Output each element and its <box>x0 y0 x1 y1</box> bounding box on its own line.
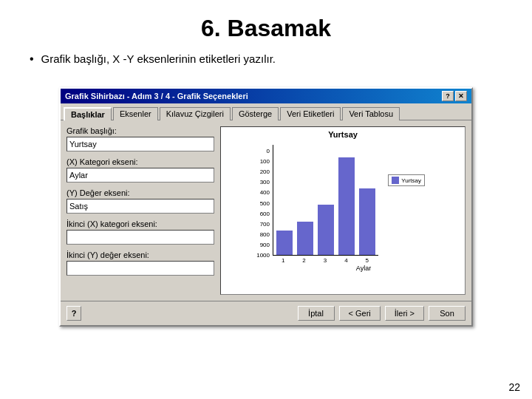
grafik-basligi-input[interactable] <box>66 137 214 151</box>
y-label-200: 200 <box>248 168 270 175</box>
chart-legend: Yurtsay <box>388 174 425 186</box>
x-label-3: 3 <box>324 257 327 264</box>
ikinci-x-input[interactable] <box>66 230 214 245</box>
y-label-100: 100 <box>248 158 270 165</box>
grafik-basligi-label: Grafik başlığı: <box>66 126 214 135</box>
legend-color-box <box>392 177 399 184</box>
bar-4 <box>338 157 355 255</box>
page-number: 22 <box>508 381 520 393</box>
x-axis-labels: 1 2 3 4 5 <box>273 257 378 264</box>
chart-panel: Yurtsay 1000 900 800 700 600 500 400 300… <box>220 126 466 295</box>
chart-area: 1000 900 800 700 600 500 400 300 200 100… <box>221 142 465 294</box>
legend-label: Yurtsay <box>401 177 421 184</box>
y-deger-label: (Y) Değer ekseni: <box>66 188 214 197</box>
x-label-5: 5 <box>366 257 369 264</box>
x-axis-title: Aylar <box>273 265 428 272</box>
help-button[interactable]: ? <box>66 306 81 321</box>
bar-2 <box>297 222 313 255</box>
dialog-window: Grafik Sihirbazı - Adım 3 / 4 - Grafik S… <box>59 87 473 327</box>
y-label-700: 700 <box>248 221 270 228</box>
finish-button[interactable]: Son <box>429 306 466 321</box>
tab-veri-tablosu[interactable]: Veri Tablosu <box>342 107 400 120</box>
bullet-dot: • <box>30 52 34 66</box>
dialog-footer: ? İptal < Geri İleri > Son <box>61 301 471 325</box>
bar-5 <box>359 188 375 255</box>
ikinci-y-input[interactable] <box>66 261 214 276</box>
page-title: 6. Basamak <box>0 0 532 52</box>
y-label-0: 0 <box>248 148 270 154</box>
x-label-1: 1 <box>282 257 284 264</box>
dialog-titlebar: Grafik Sihirbazı - Adım 3 / 4 - Grafik S… <box>61 89 471 103</box>
bullet-line: • Grafik başlığı, X -Y eksenlerinin etik… <box>0 52 532 66</box>
tab-eksenler[interactable]: Eksenler <box>113 107 158 120</box>
y-label-500: 500 <box>248 200 270 207</box>
bullet-text: Grafik başlığı, X -Y eksenlerinin etiket… <box>41 52 276 65</box>
bar-3 <box>318 205 334 255</box>
tab-bar: Başlıklar Eksenler Kılavuz Çizgileri Gös… <box>61 103 471 120</box>
tab-kilavuz-cizgileri[interactable]: Kılavuz Çizgileri <box>160 107 231 120</box>
next-button[interactable]: İleri > <box>385 306 424 321</box>
y-label-900: 900 <box>248 242 270 248</box>
y-axis-labels: 1000 900 800 700 600 500 400 300 200 100… <box>248 148 270 259</box>
titlebar-close-button[interactable]: ✕ <box>455 91 467 101</box>
chart-bars <box>273 145 378 256</box>
cancel-button[interactable]: İptal <box>298 306 335 321</box>
dialog-title: Grafik Sihirbazı - Adım 3 / 4 - Grafik S… <box>65 92 248 100</box>
y-label-400: 400 <box>248 189 270 196</box>
left-panel: Grafik başlığı: (X) Kategori ekseni: (Y)… <box>66 126 214 295</box>
chart-title: Yurtsay <box>221 127 465 142</box>
x-label-2: 2 <box>302 257 305 264</box>
grafik-basligi-group: Grafik başlığı: <box>66 126 214 151</box>
bar-1 <box>276 231 293 255</box>
y-label-600: 600 <box>248 211 270 217</box>
x-label-4: 4 <box>344 257 347 264</box>
tab-gosterge[interactable]: Gösterge <box>232 107 279 120</box>
y-label-1000: 1000 <box>248 252 270 259</box>
y-label-300: 300 <box>248 179 270 185</box>
tab-baslıklar[interactable]: Başlıklar <box>64 107 112 120</box>
x-kategori-label: (X) Kategori ekseni: <box>66 157 214 166</box>
y-label-800: 800 <box>248 231 270 238</box>
ikinci-x-group: İkinci (X) kategori ekseni: <box>66 219 214 245</box>
x-kategori-group: (X) Kategori ekseni: <box>66 157 214 183</box>
y-deger-group: (Y) Değer ekseni: <box>66 188 214 214</box>
back-button[interactable]: < Geri <box>339 306 381 321</box>
ikinci-x-label: İkinci (X) kategori ekseni: <box>66 219 214 228</box>
dialog-body: Grafik başlığı: (X) Kategori ekseni: (Y)… <box>61 120 471 301</box>
ikinci-y-group: İkinci (Y) değer ekseni: <box>66 250 214 276</box>
x-kategori-input[interactable] <box>66 168 214 183</box>
ikinci-y-label: İkinci (Y) değer ekseni: <box>66 250 214 259</box>
y-deger-input[interactable] <box>66 199 214 214</box>
titlebar-buttons: ? ✕ <box>442 91 467 101</box>
tab-veri-etiketleri[interactable]: Veri Etiketleri <box>280 107 341 120</box>
titlebar-help-button[interactable]: ? <box>442 91 454 101</box>
